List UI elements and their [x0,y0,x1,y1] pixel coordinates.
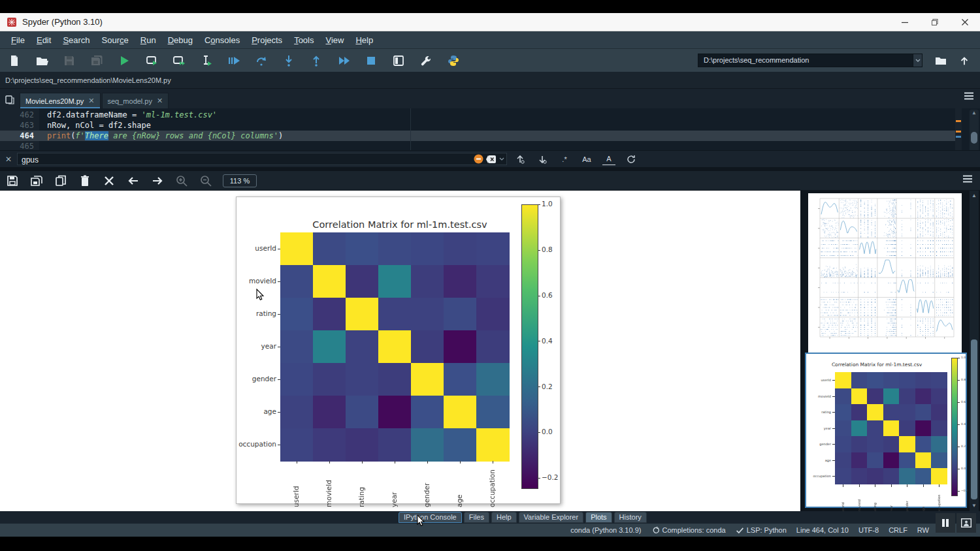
editor-tab-seq-model-py[interactable]: seq_model.py✕ [102,93,169,108]
find-replace-icon[interactable] [625,153,638,165]
heatmap-cell-occupation-rating [346,428,379,462]
pause-icon[interactable] [936,513,955,533]
correlation-matrix-thumbnail[interactable]: Correlation Matrix for ml-1m.test.csvuse… [805,353,967,508]
browse-directory-button[interactable] [933,53,949,69]
stop-button[interactable] [363,52,379,69]
chevron-down-icon[interactable] [913,54,923,67]
close-button[interactable] [950,13,980,31]
run-cell-advance-button[interactable] [171,52,187,69]
tab-label: seq_model.py [108,97,153,105]
heatmap-cell-year-year [883,420,900,437]
scatter-matrix-thumbnail[interactable] [808,193,962,353]
pane-tab-ipython-console[interactable]: IPython Console [399,512,462,523]
heatmap-cell-year-userId [835,420,851,437]
pane-tab-history[interactable]: History [614,512,647,523]
y-axis-label: occupation [236,440,276,448]
line-number: 465 [0,141,34,150]
menu-file[interactable]: File [5,33,31,48]
minimize-button[interactable] [890,13,920,31]
search-field[interactable] [17,153,507,165]
scroll-up-icon[interactable]: ▲ [970,192,979,200]
heatmap-cell-rating-year [378,298,412,331]
menu-view[interactable]: View [319,33,350,48]
code-line-464[interactable]: 464print(f'There are {nRow} rows and {nC… [0,131,960,141]
maximize-pane-button[interactable] [391,52,406,69]
zoom-out-button [199,174,213,188]
close-tab-icon[interactable]: ✕ [157,97,163,105]
preferences-button[interactable] [418,52,434,69]
menu-tools[interactable]: Tools [288,33,319,48]
parent-directory-button[interactable] [956,53,972,69]
find-previous-icon[interactable] [514,153,527,165]
open-file-button[interactable] [34,52,50,69]
chevron-down-icon[interactable] [499,157,504,161]
new-file-button[interactable] [7,52,22,69]
save-all-button [89,52,105,69]
save-plot-button[interactable] [5,174,20,188]
code-line-465[interactable]: 465 [0,141,960,150]
clear-search-icon[interactable] [486,155,497,164]
remove-all-plots-button[interactable] [102,174,116,188]
code-line-463[interactable]: 463nRow, nCol = df2.shape [0,120,960,131]
whole-words-toggle-icon[interactable]: A [602,153,615,165]
plots-options-menu-icon[interactable] [962,174,973,183]
close-tab-icon[interactable]: ✕ [88,97,94,105]
step-return-button[interactable] [308,52,324,69]
plots-toolbar: 113 % [0,171,980,191]
previous-plot-button[interactable] [126,174,140,188]
menu-source[interactable]: Source [96,33,135,48]
browse-tabs-button[interactable] [0,91,20,108]
menu-run[interactable]: Run [135,33,162,48]
debug-file-button[interactable] [226,52,242,69]
menu-help[interactable]: Help [350,33,379,48]
editor-scrollbar-thumb[interactable] [971,132,977,144]
match-case-toggle-icon[interactable]: Aa [580,153,593,165]
run-selection-button[interactable] [199,52,214,69]
close-search-icon[interactable]: ✕ [0,155,17,164]
pane-tab-help[interactable]: Help [491,512,517,523]
colorbar-tick-label: 0.4 [542,337,553,345]
thumbnails-scrollbar-thumb[interactable] [971,339,977,499]
run-current-line-button[interactable] [253,52,269,69]
run-cell-button[interactable] [144,52,159,69]
menu-edit[interactable]: Edit [31,33,57,48]
restore-button[interactable] [920,13,950,31]
working-directory-combo[interactable]: D:\projects\seq_recommendation [698,54,923,67]
plot-zoom-level[interactable]: 113 % [223,174,257,187]
code-line-462[interactable]: 462df2.dataframeName = 'ml-1m.test.csv' [0,110,960,120]
heatmap-cell-age-rating [867,452,883,469]
menu-consoles[interactable]: Consoles [199,33,246,48]
thumbnails-scrollbar[interactable]: ▲ ▼ [970,191,979,511]
screen-share-icon[interactable] [956,513,976,533]
working-directory-value[interactable]: D:\projects\seq_recommendation [698,54,913,67]
heatmap-cell-occupation-userId [835,468,851,484]
editor-scrollbar[interactable]: ▲ ▼ [970,110,979,150]
step-into-button[interactable] [281,52,297,69]
editor-options-menu-icon[interactable] [963,91,975,101]
search-input[interactable] [18,154,436,166]
copy-plot-button[interactable] [54,174,68,188]
next-plot-button[interactable] [150,174,165,188]
scroll-down-icon[interactable]: ▼ [970,502,979,510]
main-toolbar: D:\projects\seq_recommendation [0,49,980,72]
code-editor[interactable]: 462df2.dataframeName = 'ml-1m.test.csv'4… [0,108,980,150]
heatmap-cell-year-movieId [313,330,346,364]
pane-tab-plots[interactable]: Plots [585,512,612,523]
find-next-icon[interactable] [536,153,549,165]
pane-tab-variable-explorer[interactable]: Variable Explorer [519,512,584,523]
heatmap-cell-gender-rating [346,363,379,396]
continue-button[interactable] [336,52,351,69]
scroll-up-icon[interactable]: ▲ [970,110,979,116]
menu-debug[interactable]: Debug [162,33,199,48]
pane-tab-files[interactable]: Files [464,512,489,523]
menu-search[interactable]: Search [57,33,95,48]
regex-toggle-icon[interactable]: .* [558,153,571,165]
pythonpath-button[interactable] [446,52,461,69]
save-all-plots-button[interactable] [29,174,44,188]
menu-projects[interactable]: Projects [246,33,288,48]
run-file-button[interactable] [116,52,132,69]
editor-tab-movielens20m-py[interactable]: MovieLens20M.py✕ [20,93,101,108]
correlation-matrix-figure[interactable]: Correlation Matrix for ml-1m.test.csv us… [236,197,561,504]
remove-plot-button[interactable] [78,174,92,188]
line-number: 463 [0,120,34,131]
